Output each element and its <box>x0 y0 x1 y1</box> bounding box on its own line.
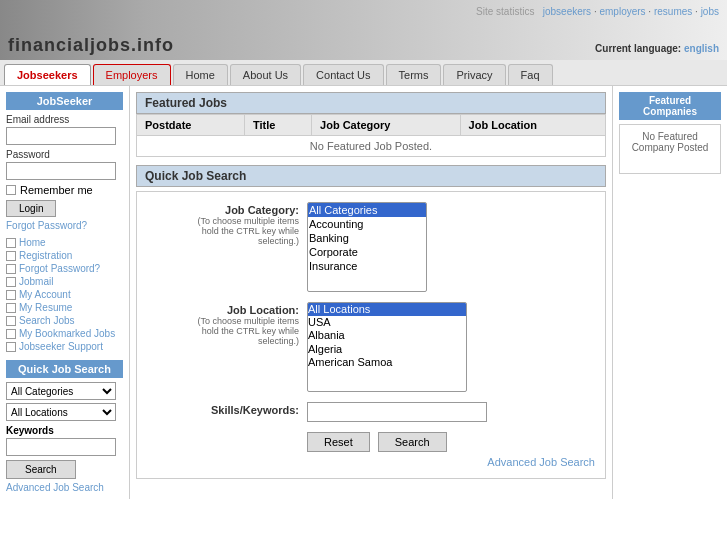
featured-jobs-title: Featured Jobs <box>136 92 606 114</box>
main-layout: JobSeeker Email address Password Remembe… <box>0 86 727 499</box>
remember-label: Remember me <box>20 184 93 196</box>
nav-checkbox-reg <box>6 251 16 261</box>
nav-checkbox-home <box>6 238 16 248</box>
tab-terms[interactable]: Terms <box>386 64 442 85</box>
sidebar-item-my-account[interactable]: My Account <box>19 289 71 300</box>
sidebar-item-forgot-password[interactable]: Forgot Password? <box>19 263 100 274</box>
nav-tabs: Jobseekers Employers Home About Us Conta… <box>0 60 727 86</box>
email-field[interactable] <box>6 127 116 145</box>
skills-row: Skills/Keywords: <box>147 402 595 422</box>
location-hint-1: (To choose multiple items <box>147 316 299 326</box>
sidebar-search-button[interactable]: Search <box>6 460 76 479</box>
loc-option-all[interactable]: All Locations <box>308 303 466 316</box>
sidebar-item-jobseeker-support[interactable]: Jobseeker Support <box>19 341 103 352</box>
tab-jobseekers[interactable]: Jobseekers <box>4 64 91 85</box>
skills-label: Skills/Keywords: <box>147 404 299 416</box>
quick-search-main-title: Quick Job Search <box>136 165 606 187</box>
no-jobs-message: No Featured Job Posted. <box>137 136 606 157</box>
sidebar-quick-search-title: Quick Job Search <box>6 360 123 378</box>
sidebar-category-select[interactable]: All Categories <box>6 382 116 400</box>
tab-employers[interactable]: Employers <box>93 64 171 85</box>
email-label: Email address <box>6 114 123 125</box>
quick-search-box: Job Category: (To choose multiple items … <box>136 191 606 479</box>
jobs-stat-link[interactable]: jobs <box>701 6 719 17</box>
resumes-stat-link[interactable]: resumes <box>654 6 692 17</box>
current-language: Current language: english <box>595 43 719 54</box>
search-buttons: Reset Search <box>307 432 595 452</box>
category-control: All Categories Accounting Banking Corpor… <box>307 202 595 292</box>
tab-contact[interactable]: Contact Us <box>303 64 383 85</box>
location-hint-2: hold the CTRL key while <box>147 326 299 336</box>
nav-checkbox-support <box>6 342 16 352</box>
no-companies-message: No Featured Company Posted <box>632 131 709 153</box>
loc-option-usa[interactable]: USA <box>308 316 466 329</box>
nav-checkbox-account <box>6 290 16 300</box>
tab-privacy[interactable]: Privacy <box>443 64 505 85</box>
category-multiselect[interactable]: All Categories Accounting Banking Corpor… <box>307 202 427 292</box>
loc-option-american-samoa[interactable]: American Samoa <box>308 356 466 369</box>
tab-about[interactable]: About Us <box>230 64 301 85</box>
cat-option-all[interactable]: All Categories <box>308 203 426 217</box>
main-content: Featured Jobs Postdate Title Job Categor… <box>130 86 612 499</box>
loc-option-albania[interactable]: Albania <box>308 329 466 342</box>
category-row: Job Category: (To choose multiple items … <box>147 202 595 292</box>
col-postdate: Postdate <box>137 115 245 136</box>
col-location: Job Location <box>460 115 605 136</box>
loc-option-algeria[interactable]: Algeria <box>308 343 466 356</box>
sidebar-location-select[interactable]: All Locations <box>6 403 116 421</box>
nav-checkbox-forgot <box>6 264 16 274</box>
location-label-col: Job Location: (To choose multiple items … <box>147 302 307 346</box>
sidebar-item-search-jobs[interactable]: Search Jobs <box>19 315 75 326</box>
sidebar-nav: Home Registration Forgot Password? Jobma… <box>6 237 123 352</box>
sidebar-keywords-input[interactable] <box>6 438 116 456</box>
cat-option-accounting[interactable]: Accounting <box>308 217 426 231</box>
nav-checkbox-resume <box>6 303 16 313</box>
forgot-password-link[interactable]: Forgot Password? <box>6 220 123 231</box>
cat-option-corporate[interactable]: Corporate <box>308 245 426 259</box>
featured-companies-box: No Featured Company Posted <box>619 124 721 174</box>
skills-input[interactable] <box>307 402 487 422</box>
site-logo: financialjobs.info <box>8 35 174 56</box>
nav-checkbox-search <box>6 316 16 326</box>
category-label-col: Job Category: (To choose multiple items … <box>147 202 307 246</box>
nav-checkbox-jobmail <box>6 277 16 287</box>
site-links: Site statistics jobseekers · employers ·… <box>476 6 719 17</box>
skills-control <box>307 402 595 422</box>
search-button[interactable]: Search <box>378 432 447 452</box>
sidebar-item-registration[interactable]: Registration <box>19 250 72 261</box>
page-header: financialjobs.info Site statistics jobse… <box>0 0 727 60</box>
advanced-job-search-link[interactable]: Advanced Job Search <box>487 456 595 468</box>
cat-option-insurance[interactable]: Insurance <box>308 259 426 273</box>
tab-faq[interactable]: Faq <box>508 64 553 85</box>
left-sidebar: JobSeeker Email address Password Remembe… <box>0 86 130 499</box>
right-panel: Featured Companies No Featured Company P… <box>612 86 727 499</box>
sidebar-item-my-resume[interactable]: My Resume <box>19 302 72 313</box>
sidebar-advanced-link[interactable]: Advanced Job Search <box>6 482 123 493</box>
col-title: Title <box>244 115 311 136</box>
advanced-search-row: Advanced Job Search <box>147 456 595 468</box>
password-label: Password <box>6 149 123 160</box>
location-control: All Locations USA Albania Algeria Americ… <box>307 302 595 392</box>
password-field[interactable] <box>6 162 116 180</box>
sidebar-item-bookmarked-jobs[interactable]: My Bookmarked Jobs <box>19 328 115 339</box>
reset-button[interactable]: Reset <box>307 432 370 452</box>
sidebar-item-jobmail[interactable]: Jobmail <box>19 276 53 287</box>
nav-checkbox-bookmarked <box>6 329 16 339</box>
category-hint-1: (To choose multiple items <box>147 216 299 226</box>
login-button[interactable]: Login <box>6 200 56 217</box>
location-hint-3: selecting.) <box>147 336 299 346</box>
location-multiselect[interactable]: All Locations USA Albania Algeria Americ… <box>307 302 467 392</box>
category-hint-2: hold the CTRL key while <box>147 226 299 236</box>
sidebar-item-home[interactable]: Home <box>19 237 46 248</box>
jobseeker-section-title: JobSeeker <box>6 92 123 110</box>
employers-stat-link[interactable]: employers <box>599 6 645 17</box>
sidebar-keywords-label: Keywords <box>6 425 123 436</box>
remember-checkbox[interactable] <box>6 185 16 195</box>
category-hint-3: selecting.) <box>147 236 299 246</box>
featured-jobs-table: Postdate Title Job Category Job Location… <box>136 114 606 157</box>
tab-home[interactable]: Home <box>173 64 228 85</box>
category-label: Job Category: <box>147 204 299 216</box>
location-label: Job Location: <box>147 304 299 316</box>
cat-option-banking[interactable]: Banking <box>308 231 426 245</box>
jobseekers-stat-link[interactable]: jobseekers <box>543 6 591 17</box>
